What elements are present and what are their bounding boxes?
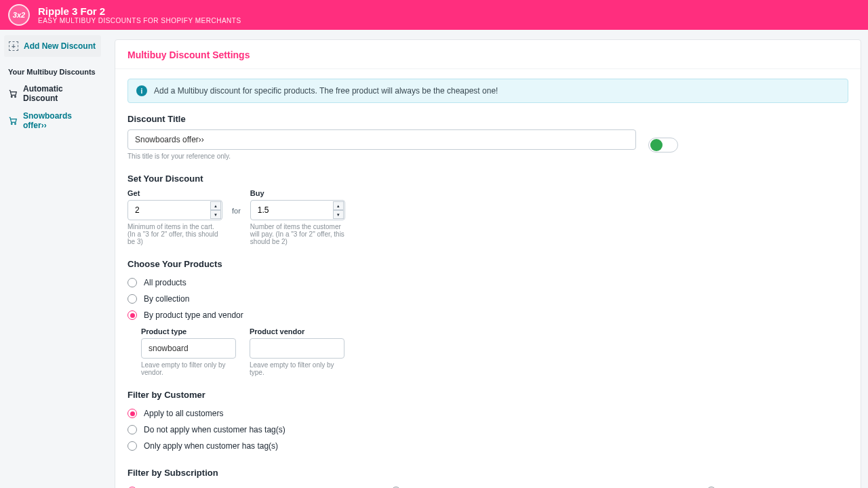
customer-opt-only-tag[interactable]: Only apply when customer has tag(s) [127, 438, 848, 454]
info-icon: i [136, 85, 147, 96]
add-new-discount-label: Add New Discount [24, 41, 96, 51]
customer-heading: Filter by Customer [127, 390, 848, 400]
sidebar-section-title: Your Multibuy Discounts [0, 65, 105, 80]
customer-opt-all[interactable]: Apply to all customers [127, 405, 848, 422]
radio-icon [127, 310, 137, 320]
subscription-opt-no-sub[interactable]: Apply to no subscription items only [707, 483, 848, 488]
cart-icon [8, 116, 18, 125]
radio-label: Apply to all customers [144, 409, 223, 418]
products-opt-type-vendor[interactable]: By product type and vendor [127, 307, 848, 323]
radio-label: By product type and vendor [144, 310, 243, 320]
toggle-knob [650, 139, 663, 151]
product-type-input[interactable] [141, 338, 236, 359]
add-icon: + [9, 41, 18, 51]
get-help: Minimum of items in the cart. (In a "3 f… [127, 223, 222, 245]
products-opt-collection[interactable]: By collection [127, 291, 848, 307]
sidebar-item-automatic[interactable]: Automatic Discount [0, 80, 105, 107]
radio-icon [127, 441, 137, 451]
radio-icon [127, 409, 137, 418]
active-toggle[interactable] [648, 138, 678, 152]
app-logo: 3x2 [8, 4, 30, 26]
add-new-discount-button[interactable]: + Add New Discount [4, 35, 101, 57]
set-discount-heading: Set Your Discount [127, 174, 848, 184]
svg-point-3 [15, 123, 16, 125]
app-subtitle: EASY MULTIBUY DISCOUNTS FOR SHOPIFY MERC… [38, 17, 241, 24]
sidebar-item-snowboards[interactable]: Snowboards offer›› [0, 107, 105, 134]
banner-text: Add a Multibuy discount for specific pro… [154, 86, 498, 96]
product-vendor-label: Product vendor [250, 327, 344, 336]
discount-title-input[interactable] [127, 129, 636, 150]
buy-label: Buy [250, 189, 345, 197]
product-type-help: Leave empty to filter only by vendor. [141, 361, 236, 376]
sidebar: + Add New Discount Your Multibuy Discoun… [0, 30, 105, 488]
get-label: Get [127, 189, 222, 197]
radio-icon [127, 425, 137, 434]
settings-card: Multibuy Discount Settings i Add a Multi… [115, 39, 861, 488]
subscription-heading: Filter by Subscription [127, 468, 848, 478]
get-step-down[interactable]: ▼ [210, 210, 221, 219]
buy-input[interactable] [250, 200, 345, 220]
radio-label: Only apply when customer has tag(s) [144, 441, 278, 451]
radio-label: All products [144, 278, 186, 287]
product-vendor-help: Leave empty to filter only by type. [250, 361, 344, 376]
app-title: Ripple 3 For 2 [38, 5, 241, 17]
svg-point-0 [11, 96, 12, 98]
discount-title-help: This title is for your reference only. [127, 152, 636, 160]
products-opt-all[interactable]: All products [127, 274, 848, 291]
cart-icon [8, 89, 18, 98]
svg-point-2 [11, 123, 12, 125]
subscription-opt-sub-only[interactable]: Apply to subscription items only [391, 483, 521, 488]
sidebar-item-label: Automatic Discount [23, 84, 97, 103]
customer-opt-exclude-tag[interactable]: Do not apply when customer has tag(s) [127, 422, 848, 438]
svg-point-1 [15, 96, 16, 98]
page-title: Multibuy Discount Settings [115, 40, 861, 69]
product-vendor-input[interactable] [250, 338, 344, 359]
buy-help: Number of items the customer will pay. (… [250, 223, 345, 245]
radio-label: By collection [144, 294, 189, 304]
products-heading: Choose Your Products [127, 259, 848, 269]
radio-icon [127, 294, 137, 304]
buy-step-down[interactable]: ▼ [333, 210, 344, 219]
for-label: for [232, 189, 241, 215]
subscription-opt-any[interactable]: Apply to any item [127, 483, 206, 488]
get-step-up[interactable]: ▲ [210, 201, 221, 210]
buy-step-up[interactable]: ▲ [333, 201, 344, 210]
radio-icon [127, 278, 137, 287]
radio-label: Do not apply when customer has tag(s) [144, 425, 285, 434]
discount-title-label: Discount Title [127, 114, 848, 124]
info-banner: i Add a Multibuy discount for specific p… [127, 79, 848, 103]
sidebar-item-label: Snowboards offer›› [23, 111, 97, 130]
get-input[interactable] [127, 200, 222, 220]
product-type-label: Product type [141, 327, 236, 336]
app-header: 3x2 Ripple 3 For 2 EASY MULTIBUY DISCOUN… [0, 0, 868, 30]
